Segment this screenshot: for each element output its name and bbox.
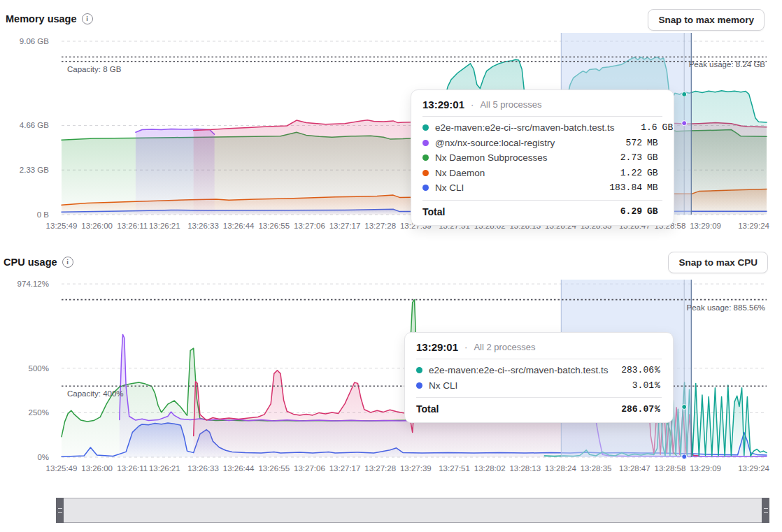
snap-to-max-memory-button[interactable]: Snap to max memory [648,9,765,31]
process-unit: % [655,365,662,375]
series-dot-icon [422,170,429,176]
x-tick-label: 13:29:09 [683,464,729,473]
tooltip-row: e2e-maven:e2e-ci--src/maven-batch.test.t… [422,120,662,136]
process-name: Nx Daemon Subprocesses [435,152,599,163]
memory-tooltip: 13:29:01 · All 5 processes e2e-maven:e2e… [411,89,674,226]
brush-handle-left[interactable] [56,498,64,523]
capacity-label: Capacity: 400% [67,389,124,398]
process-value: 1.6 [621,122,657,133]
process-unit: GB [647,168,662,178]
tooltip-subtitle: All 5 processes [480,99,541,110]
tooltip-total-row: Total 286.07% [416,397,662,415]
memory-y-axis: 9.06 GB4.66 GB2.33 GB0 B [0,33,56,215]
series-dot-icon [416,382,422,389]
hover-point [682,92,687,96]
series-dot-icon [422,124,429,131]
memory-title: Memory usage [6,13,77,24]
capacity-label: Capacity: 8 GB [67,65,121,73]
process-unit: % [655,380,662,391]
y-tick-label: 250% [29,408,49,417]
y-tick-label: 9.06 GB [20,37,49,45]
hover-point [682,405,687,410]
tooltip-row: Nx CLI3.01% [416,378,662,394]
tooltip-rows: e2e-maven:e2e-ci--src/maven-batch.test.t… [416,359,662,393]
process-value: 3.01 [618,380,654,391]
tooltip-header: 13:29:01 · All 2 processes [416,338,662,359]
process-name: @nx/nx-source:local-registry [435,138,599,148]
cpu-tooltip: 13:29:01 · All 2 processes e2e-maven:e2e… [404,332,674,423]
process-value: 1.22 [606,168,642,178]
cpu-header: CPU usage i [3,257,73,268]
cpu-y-axis: 974.12%500%250%0% [0,280,56,457]
grip-icon [764,508,768,513]
peak-usage-label: Peak usage: 885.56% [686,303,765,312]
tooltip-separator: · [471,99,474,110]
y-tick-label: 4.66 GB [20,121,49,129]
process-name: Nx Daemon [435,168,599,178]
cpu-title: CPU usage [3,257,57,268]
profiler-dashboard: Memory usage i Snap to max memory 9.06 G… [0,0,782,532]
tooltip-row: Nx Daemon1.22GB [422,166,662,181]
tooltip-total-unit: GB [647,206,662,217]
process-unit: MB [647,182,662,193]
peak-usage-label: Peak usage: 8.24 GB [689,60,765,69]
cpu-info-icon[interactable]: i [62,257,73,268]
tooltip-total-value: 286.07 [618,404,654,415]
series-dot-icon [422,185,429,191]
tooltip-row: e2e-maven:e2e-ci--src/maven-batch.test.t… [416,363,662,378]
series-dot-icon [416,367,422,373]
y-tick-label: 974.12% [17,280,49,288]
tooltip-header: 13:29:01 · All 5 processes [422,96,662,117]
tooltip-total-value: 6.29 [606,206,642,217]
cpu-x-axis: 13:25:4913:26:0013:26:1113:26:2113:26:33… [62,464,767,474]
memory-header: Memory usage i [6,13,93,24]
memory-info-icon[interactable]: i [82,13,93,24]
y-tick-label: 0 B [37,210,49,219]
y-tick-label: 0% [37,453,49,461]
tooltip-total-label: Total [422,206,606,217]
y-tick-label: 2.33 GB [20,166,49,174]
series-dot-icon [422,154,429,161]
tooltip-rows: e2e-maven:e2e-ci--src/maven-batch.test.t… [422,117,662,196]
series-dot-icon [422,140,429,146]
process-name: e2e-maven:e2e-ci--src/maven-batch.test.t… [429,365,611,375]
process-unit: GB [662,122,678,133]
tooltip-time: 13:29:01 [416,341,458,353]
x-tick-label: 13:29:09 [683,222,729,230]
process-value: 183.84 [606,182,642,193]
process-name: e2e-maven:e2e-ci--src/maven-batch.test.t… [435,122,615,133]
tooltip-row: Nx Daemon Subprocesses2.73GB [422,150,662,166]
tooltip-total-unit: % [655,404,662,415]
process-name: Nx CLI [429,380,611,391]
tooltip-total-row: Total 6.29GB [422,200,662,217]
process-name: Nx CLI [435,182,599,193]
tooltip-row: @nx/nx-source:local-registry572MB [422,136,662,151]
timeline-brush[interactable] [56,498,769,523]
x-tick-label: 13:29:24 [731,222,777,230]
process-value: 2.73 [606,152,642,163]
process-unit: GB [647,152,662,163]
tooltip-time: 13:29:01 [422,99,464,110]
brush-handle-right[interactable] [762,498,769,523]
hover-point [682,121,687,126]
snap-to-max-cpu-button[interactable]: Snap to max CPU [668,252,768,273]
grip-icon [58,508,62,513]
x-tick-label: 13:29:24 [731,464,777,473]
y-tick-label: 500% [29,364,49,373]
process-unit: MB [647,138,662,148]
tooltip-subtitle: All 2 processes [474,342,535,352]
tooltip-separator: · [464,342,467,352]
process-value: 283.06 [618,365,654,375]
tooltip-total-label: Total [416,403,618,415]
tooltip-row: Nx CLI183.84MB [422,180,662,196]
hover-point [682,454,687,459]
process-value: 572 [606,138,642,148]
